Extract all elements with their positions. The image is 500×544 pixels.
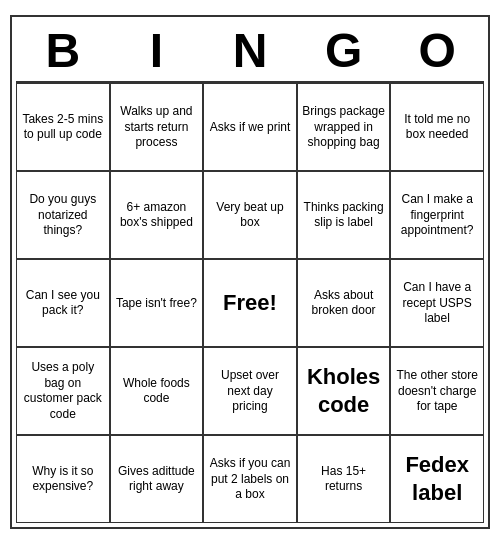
bingo-cell-13: Asks about broken door bbox=[297, 259, 391, 347]
bingo-cell-3: Brings package wrapped in shopping bag bbox=[297, 83, 391, 171]
bingo-cell-6: 6+ amazon box's shipped bbox=[110, 171, 204, 259]
bingo-cell-20: Why is it so expensive? bbox=[16, 435, 110, 523]
bingo-letter-i: I bbox=[110, 21, 204, 82]
bingo-cell-5: Do you guys notarized things? bbox=[16, 171, 110, 259]
bingo-card: BINGO Takes 2-5 mins to pull up codeWalk… bbox=[10, 15, 490, 530]
bingo-cell-12: Free! bbox=[203, 259, 297, 347]
bingo-cell-8: Thinks packing slip is label bbox=[297, 171, 391, 259]
bingo-cell-10: Can I see you pack it? bbox=[16, 259, 110, 347]
bingo-grid: Takes 2-5 mins to pull up codeWalks up a… bbox=[16, 81, 484, 523]
bingo-cell-0: Takes 2-5 mins to pull up code bbox=[16, 83, 110, 171]
bingo-letter-o: O bbox=[390, 21, 484, 82]
bingo-cell-18: Kholes code bbox=[297, 347, 391, 435]
bingo-letter-b: B bbox=[16, 21, 110, 82]
bingo-header: BINGO bbox=[16, 21, 484, 82]
bingo-cell-17: Upset over next day pricing bbox=[203, 347, 297, 435]
bingo-letter-g: G bbox=[297, 21, 391, 82]
bingo-cell-11: Tape isn't free? bbox=[110, 259, 204, 347]
bingo-cell-22: Asks if you can put 2 labels on a box bbox=[203, 435, 297, 523]
bingo-cell-23: Has 15+ returns bbox=[297, 435, 391, 523]
bingo-cell-24: Fedex label bbox=[390, 435, 484, 523]
bingo-cell-9: Can I make a fingerprint appointment? bbox=[390, 171, 484, 259]
bingo-letter-n: N bbox=[203, 21, 297, 82]
bingo-cell-16: Whole foods code bbox=[110, 347, 204, 435]
bingo-cell-1: Walks up and starts return process bbox=[110, 83, 204, 171]
bingo-cell-14: Can I have a recept USPS label bbox=[390, 259, 484, 347]
bingo-cell-2: Asks if we print bbox=[203, 83, 297, 171]
bingo-cell-19: The other store doesn't charge for tape bbox=[390, 347, 484, 435]
bingo-cell-7: Very beat up box bbox=[203, 171, 297, 259]
bingo-cell-15: Uses a poly bag on customer pack code bbox=[16, 347, 110, 435]
bingo-cell-4: It told me no box needed bbox=[390, 83, 484, 171]
bingo-cell-21: Gives adittude right away bbox=[110, 435, 204, 523]
